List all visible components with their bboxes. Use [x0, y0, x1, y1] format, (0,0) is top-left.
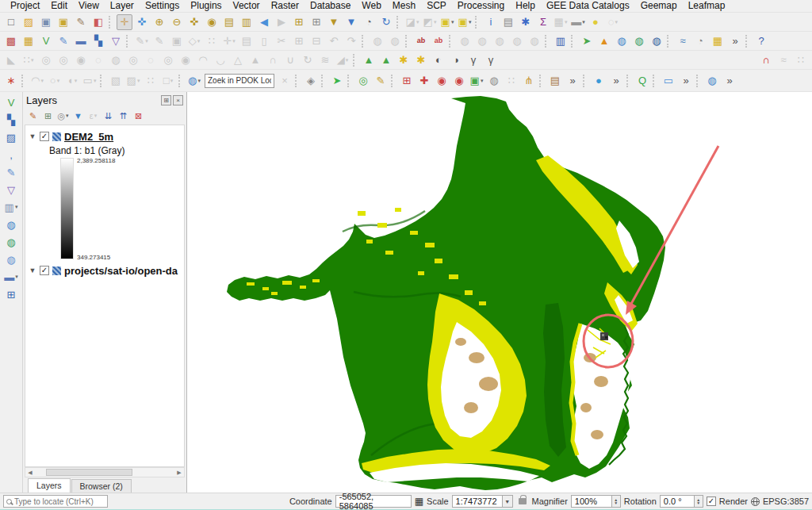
python-console[interactable]: ≈	[675, 33, 691, 49]
new-mesh-layer[interactable]: ▬	[73, 33, 89, 49]
menu-project[interactable]: Project	[5, 0, 45, 12]
locator-input[interactable]	[14, 497, 105, 506]
open-layer-styling-panel[interactable]: ✎	[26, 109, 40, 123]
new-project[interactable]: □	[3, 14, 19, 30]
zoom-to-layer[interactable]: ▤	[221, 14, 237, 30]
menu-mesh[interactable]: Mesh	[387, 0, 421, 12]
render-checkbox[interactable]: ✓	[707, 497, 716, 506]
add-group[interactable]: ⊞	[41, 109, 55, 123]
add-arcgis-layer[interactable]: ⊞	[3, 286, 19, 302]
save-project-as[interactable]: ▣	[56, 14, 71, 30]
tab-browser[interactable]: Browser (2)	[71, 479, 132, 493]
lat-lon-tools[interactable]: ◍	[486, 73, 502, 89]
locator-box[interactable]	[3, 495, 108, 508]
zoom-to-coordinates[interactable]: ◉	[434, 73, 450, 89]
model-designer[interactable]: ∗	[3, 73, 19, 89]
open-project[interactable]: ▨	[21, 14, 36, 30]
scale-value[interactable]: 1:7473772	[452, 495, 503, 508]
layer-diagram-options[interactable]: ab	[431, 33, 446, 49]
add-virtual-layer[interactable]: ▽	[3, 182, 19, 197]
remove-layer[interactable]: ⊠	[132, 109, 145, 123]
add-raster-layer[interactable]: ▚	[3, 112, 19, 128]
menu-help[interactable]: Help	[510, 0, 541, 12]
profile-tool[interactable]: ▲	[596, 33, 612, 49]
scrollbar-thumb[interactable]	[46, 469, 132, 476]
zoom-out[interactable]: ⊖	[169, 14, 185, 30]
scp-plugin[interactable]: ▦	[710, 33, 726, 49]
db-manager[interactable]: ▥	[553, 33, 569, 49]
layer-checkbox[interactable]: ✓	[40, 266, 49, 275]
horizontal-scrollbar[interactable]: ◀ ▶	[25, 467, 185, 477]
add-wcs-layer[interactable]: ◍	[3, 234, 19, 250]
plugin-settings[interactable]: ⋔	[521, 73, 537, 89]
coordinate-input[interactable]: -565052, 5864085	[335, 495, 412, 508]
copy-coordinates[interactable]: ⊞	[399, 73, 415, 89]
chevron-down-icon[interactable]: ▼	[503, 495, 513, 508]
decrease-contrast[interactable]: ◑	[448, 52, 464, 68]
expander-icon[interactable]: ▼	[29, 132, 36, 140]
show-layout-manager[interactable]: ✎	[73, 14, 89, 30]
save-project[interactable]: ▣	[38, 14, 54, 30]
crs-globe-icon[interactable]	[751, 497, 760, 506]
scale-combo[interactable]: 1:7473772 ▼	[452, 495, 513, 508]
menu-layer[interactable]: Layer	[105, 0, 140, 12]
menu-view[interactable]: View	[73, 0, 105, 12]
layer-row-dem[interactable]: ▼ ✓ DEM2_5m	[29, 128, 184, 144]
globe-plugin[interactable]: ◍	[704, 73, 720, 89]
tab-layers[interactable]: Layers	[28, 478, 71, 493]
pdok-search-input[interactable]	[205, 74, 274, 88]
map-pin[interactable]: ✚	[416, 73, 432, 89]
magnifier-spinner[interactable]: 100% ▲▼	[571, 495, 621, 508]
magnifier-value[interactable]: 100%	[571, 495, 612, 508]
new-virtual-layer[interactable]: ▽	[108, 33, 124, 49]
quickmap-services[interactable]: ✎	[373, 73, 389, 89]
extents-icon[interactable]: ▦	[415, 496, 423, 507]
scroll-right-arrow[interactable]: ▶	[174, 470, 184, 476]
more-tools-2[interactable]: »	[608, 73, 624, 89]
new-raster-layer[interactable]: ▚	[90, 33, 106, 49]
add-wms-service[interactable]: ◍	[614, 33, 630, 49]
scrollbar-track[interactable]	[35, 468, 174, 477]
qhub-plugin[interactable]: Q	[634, 73, 650, 89]
increase-brightness[interactable]: ✱	[396, 52, 412, 68]
layer-checkbox[interactable]: ✓	[40, 132, 49, 141]
menu-processing[interactable]: Processing	[452, 0, 510, 12]
decrease-gamma[interactable]: γ	[483, 52, 499, 68]
new-spatial-bookmark[interactable]: ▼	[343, 14, 359, 30]
layer-labeling-options[interactable]: ab	[413, 33, 429, 49]
menu-plugins[interactable]: Plugins	[185, 0, 227, 12]
osgeo4w[interactable]: ◔	[692, 33, 708, 49]
snapping-toggle[interactable]: ∩	[758, 52, 774, 68]
crs-indicator[interactable]: EPSG:3857	[763, 497, 809, 506]
gt-plugin[interactable]: ●	[591, 73, 607, 89]
scroll-left-arrow[interactable]: ◀	[25, 470, 35, 476]
filter-legend[interactable]: ▼	[71, 109, 85, 123]
new-map-view[interactable]: ⊞	[291, 14, 307, 30]
close-panel-button[interactable]: ×	[173, 95, 183, 105]
menu-web[interactable]: Web	[356, 0, 386, 12]
menu-vector[interactable]: Vector	[228, 0, 266, 12]
statistical-summary[interactable]: ▤	[500, 14, 516, 30]
pdok-services[interactable]: ◍▾	[186, 73, 202, 89]
add-delimited-text-layer[interactable]: ,	[3, 147, 19, 163]
temporal-controller[interactable]: ◔	[361, 14, 377, 30]
layer-name[interactable]: projects/sat-io/open-da	[64, 265, 178, 277]
osm-place-search[interactable]: ➤	[579, 33, 595, 49]
more-tools-4[interactable]: »	[722, 73, 737, 89]
add-mesh-layer[interactable]: ▨	[3, 129, 19, 145]
add-vector-layer[interactable]: V	[3, 94, 19, 110]
zoom-to-point[interactable]: ◉	[451, 73, 467, 89]
select-by-location[interactable]: ▣▾	[457, 14, 473, 30]
deselect-features[interactable]: ▣▾	[439, 14, 455, 30]
pan-to-selection[interactable]: ✜	[134, 14, 150, 30]
screen-capture[interactable]: ▭	[661, 73, 676, 89]
zoom-in[interactable]: ⊕	[151, 14, 167, 30]
more-tools-3[interactable]: »	[678, 73, 694, 89]
increase-contrast[interactable]: ◐	[431, 52, 446, 68]
zoom-to-selection[interactable]: ◉	[204, 14, 220, 30]
menu-leafmap[interactable]: Leafmap	[683, 0, 731, 12]
add-wfs-layer[interactable]: ◍	[3, 251, 19, 267]
menu-raster[interactable]: Raster	[266, 0, 304, 12]
toolbar-extension[interactable]: »	[727, 33, 743, 49]
new-geopackage-layer[interactable]: ▦	[21, 33, 36, 49]
